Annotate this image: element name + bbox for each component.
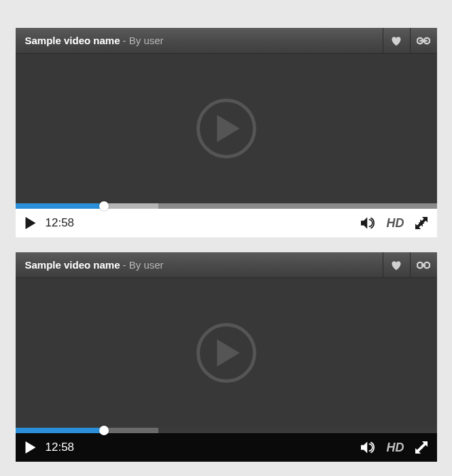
big-play-button[interactable] (196, 99, 256, 158)
video-player-dark: Sample video name - By user 12:58 HD (16, 252, 437, 462)
link-icon (417, 35, 430, 46)
fullscreen-icon (415, 217, 428, 229)
favorite-button[interactable] (383, 28, 410, 53)
heart-icon (390, 35, 402, 46)
video-area[interactable] (16, 54, 437, 203)
play-button[interactable] (25, 217, 36, 229)
fullscreen-button[interactable] (415, 217, 428, 229)
video-player-light: Sample video name - By user 12:58 HD (16, 28, 437, 237)
favorite-button[interactable] (383, 252, 410, 277)
video-area[interactable] (16, 278, 437, 428)
big-play-button[interactable] (196, 323, 256, 383)
volume-icon (361, 217, 376, 229)
hd-toggle[interactable]: HD (387, 441, 404, 455)
header-actions (383, 28, 437, 53)
fullscreen-icon (415, 441, 428, 454)
play-button[interactable] (25, 441, 36, 454)
volume-button[interactable] (361, 441, 376, 454)
play-icon (216, 115, 241, 142)
fullscreen-button[interactable] (415, 441, 428, 454)
play-icon (216, 339, 241, 367)
volume-button[interactable] (361, 217, 376, 229)
play-icon (25, 217, 36, 229)
progress-bar[interactable] (16, 203, 437, 209)
hd-toggle[interactable]: HD (387, 216, 404, 231)
video-byline: - By user (123, 35, 164, 46)
progress-handle[interactable] (99, 201, 109, 211)
volume-icon (361, 441, 376, 454)
progress-bar[interactable] (16, 428, 437, 433)
timestamp: 12:58 (46, 216, 75, 230)
progress-played (16, 203, 104, 209)
progress-played (16, 428, 104, 433)
video-byline: - By user (123, 259, 164, 271)
progress-handle[interactable] (99, 426, 109, 435)
svg-marker-9 (415, 446, 423, 454)
timestamp: 12:58 (46, 441, 75, 454)
controls-bar: 12:58 HD (16, 209, 437, 237)
play-icon (25, 441, 36, 454)
share-link-button[interactable] (410, 28, 437, 53)
video-title: Sample video name (25, 259, 120, 271)
player-header: Sample video name - By user (16, 252, 437, 278)
heart-icon (390, 260, 402, 271)
link-icon (417, 260, 430, 271)
share-link-button[interactable] (410, 252, 437, 277)
header-actions (383, 252, 437, 277)
controls-bar: 12:58 HD (16, 433, 437, 462)
video-title: Sample video name (25, 35, 120, 46)
player-header: Sample video name - By user (16, 28, 437, 54)
